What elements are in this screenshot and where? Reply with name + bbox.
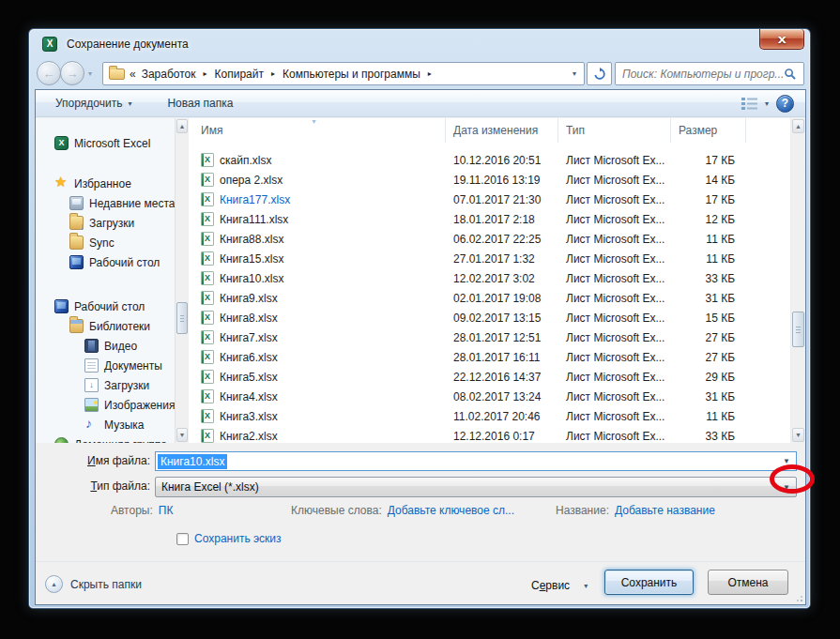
sidebar-item[interactable]: Избранное xyxy=(36,174,175,193)
file-name: Книга8.xlsx xyxy=(220,312,278,325)
file-name-cell: скайп.xlsx xyxy=(189,153,446,167)
breadcrumb-separator-icon: ▸ xyxy=(265,69,282,78)
table-row[interactable]: Книга3.xlsx11.02.2017 20:46Лист Microsof… xyxy=(189,406,790,426)
sidebar-item[interactable]: Рабочий стол xyxy=(36,252,175,272)
authors-value[interactable]: ПК xyxy=(159,504,174,517)
column-header[interactable]: Тип xyxy=(558,118,671,143)
desktop-icon xyxy=(54,299,69,313)
collapse-up-icon: ▲ xyxy=(45,575,63,593)
sidebar-item[interactable]: Библиотеки xyxy=(36,316,175,336)
dialog-body: Упорядочить ▾ Новая папка ▾ ? xyxy=(35,89,806,605)
dialog-footer: ▲ Скрыть папки Сервис ▾ Сохранить Отмена xyxy=(36,561,805,604)
table-row[interactable]: Книга88.xlsx06.02.2017 22:25Лист Microso… xyxy=(189,229,790,249)
table-row[interactable]: Книга177.xlsx07.01.2017 21:30Лист Micros… xyxy=(189,190,790,209)
sidebar-item[interactable]: Microsoft Excel xyxy=(36,133,175,153)
excel-file-icon xyxy=(201,271,214,285)
sidebar-item[interactable]: Sync xyxy=(36,233,175,252)
cancel-button[interactable]: Отмена xyxy=(708,570,788,595)
column-header[interactable]: ▼Имя xyxy=(189,118,446,143)
views-dropdown-icon[interactable]: ▾ xyxy=(765,99,769,108)
hide-folders-button[interactable]: ▲ Скрыть папки xyxy=(45,575,142,593)
file-type-cell: Лист Microsoft Ex... xyxy=(558,312,671,325)
excel-file-icon xyxy=(201,291,214,305)
table-row[interactable]: скайп.xlsx10.12.2016 20:51Лист Microsoft… xyxy=(189,150,790,170)
forward-button[interactable]: → xyxy=(60,61,84,85)
table-row[interactable]: Книга4.xlsx08.02.2017 13:24Лист Microsof… xyxy=(189,387,790,406)
sidebar-item[interactable]: Рабочий стол xyxy=(36,297,175,316)
sidebar-item-label: Изображения xyxy=(104,399,175,412)
table-row[interactable]: Книга2.xlsx12.12.2016 0:17Лист Microsoft… xyxy=(189,426,790,443)
sidebar-item-label: Музыка xyxy=(104,418,144,432)
file-name-cell: Книга10.xlsx xyxy=(189,271,446,285)
title-field: Название: Добавьте название xyxy=(556,504,715,517)
table-row[interactable]: опера 2.xlsx19.11.2016 13:19Лист Microso… xyxy=(189,170,790,190)
file-type-cell: Лист Microsoft Ex... xyxy=(558,371,671,384)
search-box[interactable]: Поиск: Компьютеры и прогр... xyxy=(615,62,804,85)
save-thumbnail-label[interactable]: Сохранить эскиз xyxy=(194,532,282,545)
organize-button[interactable]: Упорядочить ▾ xyxy=(47,93,140,114)
sidebar-scrollbar[interactable]: ▲ ▼ xyxy=(175,118,189,443)
file-name: Книга2.xlsx xyxy=(220,430,278,443)
resize-grip[interactable] xyxy=(792,591,802,601)
breadcrumb-overflow-chevron[interactable]: « xyxy=(130,68,136,81)
recent-pages-dropdown[interactable]: ▾ xyxy=(88,69,92,78)
title-value[interactable]: Добавьте название xyxy=(615,504,715,517)
column-header[interactable]: Дата изменения xyxy=(446,118,558,143)
table-row[interactable]: Книга6.xlsx28.01.2017 16:11Лист Microsof… xyxy=(189,347,790,367)
views-icon[interactable] xyxy=(741,97,757,110)
table-row[interactable]: Книга10.xlsx12.02.2017 3:02Лист Microsof… xyxy=(189,268,790,288)
scroll-down-icon[interactable]: ▼ xyxy=(792,428,804,442)
help-button[interactable]: ? xyxy=(776,95,794,113)
sidebar-item[interactable]: Музыка xyxy=(36,415,175,434)
file-type-cell: Лист Microsoft Ex... xyxy=(558,252,671,266)
file-name-input[interactable]: Книга10.xlsx ▼ xyxy=(155,451,797,471)
file-name-value[interactable]: Книга10.xlsx xyxy=(158,454,227,469)
file-list-scrollbar[interactable]: ▲ ▼ xyxy=(790,118,805,443)
table-row[interactable]: Книга7.xlsx28.01.2017 12:51Лист Microsof… xyxy=(189,327,790,347)
save-thumbnail-checkbox[interactable] xyxy=(176,533,189,545)
scroll-down-icon[interactable]: ▼ xyxy=(176,428,188,442)
sidebar-item[interactable]: Документы xyxy=(36,356,175,375)
file-size-cell: 14 КБ xyxy=(671,174,746,187)
save-button[interactable]: Сохранить xyxy=(604,570,694,595)
table-row[interactable]: Книга8.xlsx09.02.2017 13:15Лист Microsof… xyxy=(189,308,790,327)
address-dropdown-icon[interactable]: ▾ xyxy=(573,69,579,78)
scroll-up-icon[interactable]: ▲ xyxy=(176,119,188,133)
new-folder-button[interactable]: Новая папка xyxy=(159,93,241,114)
file-date-cell: 12.02.2017 3:02 xyxy=(446,272,558,285)
save-button-label: Сохранить xyxy=(621,576,678,589)
sidebar-item[interactable]: Домашняя группа xyxy=(36,434,175,443)
breadcrumb-item[interactable]: Заработок xyxy=(141,68,197,81)
breadcrumb-item[interactable]: Компьютеры и программы xyxy=(282,68,421,81)
list-scroll-thumb[interactable] xyxy=(792,312,804,347)
file-date-cell: 07.01.2017 21:30 xyxy=(446,193,558,206)
table-row[interactable]: Книга5.xlsx22.12.2016 14:37Лист Microsof… xyxy=(189,367,790,387)
table-row[interactable]: Книга111.xlsx18.01.2017 2:18Лист Microso… xyxy=(189,209,790,229)
file-size-cell: 11 КБ xyxy=(671,233,746,246)
sidebar-item[interactable]: Загрузки xyxy=(36,375,175,395)
sidebar-item[interactable]: Видео xyxy=(36,336,175,356)
recent-icon xyxy=(69,196,84,210)
keywords-value[interactable]: Добавьте ключевое сл... xyxy=(388,504,514,517)
sidebar-item[interactable]: Загрузки xyxy=(36,213,175,233)
file-size-cell: 17 КБ xyxy=(671,154,746,167)
close-button[interactable]: x xyxy=(759,29,804,50)
scroll-up-icon[interactable]: ▲ xyxy=(792,119,804,133)
breadcrumb[interactable]: « Заработок▸Копирайт▸Компьютеры и програ… xyxy=(102,62,585,85)
table-row[interactable]: Книга9.xlsx02.01.2017 19:08Лист Microsof… xyxy=(189,288,790,308)
column-header[interactable]: Размер xyxy=(671,118,746,143)
file-size-cell: 29 КБ xyxy=(671,371,746,384)
tools-dropdown[interactable]: Сервис ▾ xyxy=(531,579,588,592)
sidebar-item[interactable]: Изображения xyxy=(36,395,175,415)
file-type-select[interactable]: Книга Excel (*.xlsx) ▼ xyxy=(155,477,797,497)
table-row[interactable]: Книга15.xlsx27.01.2017 1:32Лист Microsof… xyxy=(189,249,790,268)
excel-file-icon xyxy=(201,212,214,226)
refresh-button[interactable] xyxy=(587,62,612,85)
file-name: Книга111.xlsx xyxy=(220,213,288,226)
sidebar-item[interactable]: Недавние места xyxy=(36,193,175,213)
back-button[interactable]: ← xyxy=(37,61,61,85)
excel-file-icon xyxy=(201,370,214,384)
sidebar-scroll-thumb[interactable] xyxy=(176,302,188,334)
title-bar[interactable]: Сохранение документа x xyxy=(29,29,810,59)
breadcrumb-item[interactable]: Копирайт xyxy=(214,68,265,81)
